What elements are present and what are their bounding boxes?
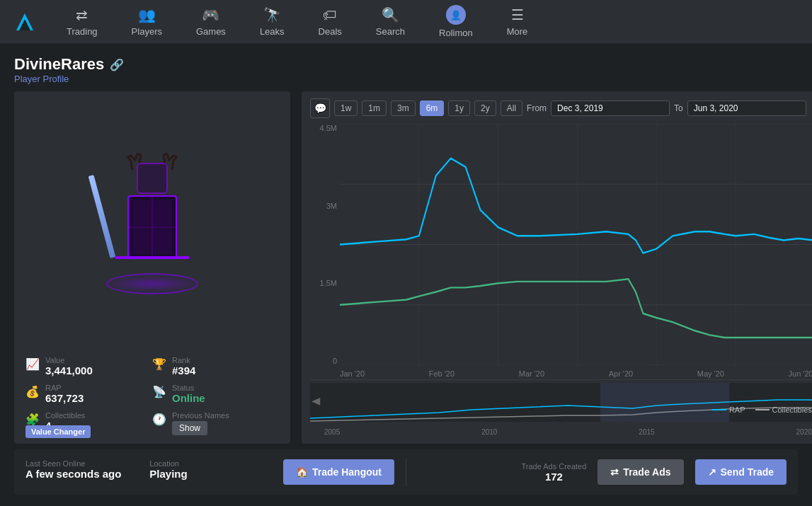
leaks-icon: 🔭 xyxy=(263,6,281,23)
collectibles-icon: 🧩 xyxy=(25,413,40,426)
nav-items: ⇄ Trading 👥 Players 🎮 Games 🔭 Leaks 🏷 De… xyxy=(50,0,805,44)
avatar-sword xyxy=(88,175,116,258)
value-label: Value xyxy=(45,356,93,364)
from-label: From xyxy=(527,103,547,113)
chart-area: 4.5M 3M 1.5M 0 xyxy=(310,124,812,437)
nav-more[interactable]: ☰ More xyxy=(490,0,545,44)
page-subtitle: Player Profile xyxy=(14,74,798,84)
nav-deals[interactable]: 🏷 Deals xyxy=(302,0,359,44)
rap-legend-line xyxy=(712,409,726,410)
trade-hangout-button[interactable]: 🏠 Trade Hangout xyxy=(283,459,394,485)
stat-value: 📈 Value 3,441,000 xyxy=(25,356,152,376)
location-label: Location xyxy=(149,459,187,468)
value-icon: 📈 xyxy=(25,357,40,371)
trade-ads-count: 172 xyxy=(521,471,586,483)
chart-comment-icon[interactable]: 💬 xyxy=(310,98,330,118)
user-avatar: 👤 xyxy=(446,5,466,25)
nav-trading[interactable]: ⇄ Trading xyxy=(50,0,115,44)
player-name: DivineRares xyxy=(14,55,104,74)
search-icon: 🔍 xyxy=(382,6,399,23)
nav-leaks-label: Leaks xyxy=(260,26,285,37)
chart-legend: RAP Collectibles xyxy=(712,406,812,414)
logo[interactable] xyxy=(7,9,42,35)
location-stat: Location Playing xyxy=(149,459,187,485)
nav-search[interactable]: 🔍 Search xyxy=(359,0,422,44)
status-icon: 📡 xyxy=(152,385,166,398)
send-trade-icon: ↗ xyxy=(708,466,716,478)
last-seen-stat: Last Seen Online A few seconds ago xyxy=(25,459,121,485)
chart-y-labels: 4.5M 3M 1.5M 0 xyxy=(310,124,340,365)
to-label: To xyxy=(674,103,683,113)
rank-label: Rank xyxy=(172,356,195,364)
bottom-right: Trade Ads Created 172 ⇄ Trade Ads ↗ Send… xyxy=(418,459,787,485)
deals-icon: 🏷 xyxy=(323,7,337,23)
time-btn-1m[interactable]: 1m xyxy=(362,100,387,116)
nav-more-label: More xyxy=(507,26,528,37)
bottom-bar: Last Seen Online A few seconds ago Locat… xyxy=(14,449,798,495)
link-icon[interactable]: 🔗 xyxy=(110,58,124,71)
time-btn-1w[interactable]: 1w xyxy=(334,100,358,116)
time-btn-2y[interactable]: 2y xyxy=(474,100,496,116)
nav-rolimon[interactable]: 👤 Rolimon xyxy=(422,0,490,44)
location-value: Playing xyxy=(149,468,187,480)
nav-players[interactable]: 👥 Players xyxy=(115,0,179,44)
trade-ads-btn-label: Trade Ads xyxy=(623,466,670,478)
chart-mini: ◀ ▶ 2005 2010 2015 2020 RAP xyxy=(310,383,812,436)
last-seen-label: Last Seen Online xyxy=(25,459,121,468)
rap-label: RAP xyxy=(45,384,84,392)
time-btn-3m[interactable]: 3m xyxy=(391,100,416,116)
rap-number: 637,723 xyxy=(45,392,84,404)
chart-svg-area xyxy=(340,124,812,365)
previous-names-icon: 🕐 xyxy=(152,413,166,426)
collectibles-label: Collectibles xyxy=(45,411,85,420)
rank-number: #394 xyxy=(172,364,195,376)
bottom-left: Last Seen Online A few seconds ago Locat… xyxy=(25,459,394,485)
send-trade-label: Send Trade xyxy=(721,466,774,478)
collectibles-legend-line xyxy=(755,409,770,410)
stat-previous-names: 🕐 Previous Names Show xyxy=(152,411,279,435)
time-btn-all[interactable]: All xyxy=(501,100,522,116)
trade-ads-icon: ⇄ xyxy=(610,466,619,478)
avatar-glow xyxy=(110,277,195,291)
avatar-body xyxy=(127,195,177,259)
trade-hangout-label: Trade Hangout xyxy=(312,466,382,478)
last-seen-value: A few seconds ago xyxy=(25,468,121,480)
nav-games[interactable]: 🎮 Games xyxy=(179,0,243,44)
status-value: Online xyxy=(172,392,205,404)
rank-icon: 🏆 xyxy=(152,357,166,371)
main-content: DivineRares 🔗 Player Profile xyxy=(0,44,812,506)
show-previous-names-button[interactable]: Show xyxy=(172,421,207,435)
nav-deals-label: Deals xyxy=(319,26,342,37)
navigation: ⇄ Trading 👥 Players 🎮 Games 🔭 Leaks 🏷 De… xyxy=(0,0,812,44)
games-icon: 🎮 xyxy=(202,6,219,23)
to-date-input[interactable] xyxy=(687,100,806,116)
stat-rap: 💰 RAP 637,723 xyxy=(25,384,152,404)
avatar-head xyxy=(137,163,168,194)
nav-rolimon-label: Rolimon xyxy=(439,28,473,38)
page-title: DivineRares 🔗 xyxy=(14,55,798,74)
right-panel: 💬 1w 1m 3m 6m 1y 2y All From To ☰ xyxy=(302,91,812,444)
chart-mini-svg: ◀ ▶ xyxy=(310,383,812,422)
time-btn-1y[interactable]: 1y xyxy=(448,100,470,116)
nav-games-label: Games xyxy=(196,26,226,37)
left-panel: Value Changer 📈 Value 3,441,000 🏆 Rank #… xyxy=(14,91,290,444)
chart-mini-x: 2005 2010 2015 2020 xyxy=(310,428,812,436)
value-number: 3,441,000 xyxy=(45,364,93,376)
time-btn-6m[interactable]: 6m xyxy=(420,100,445,116)
previous-names-label: Previous Names xyxy=(172,411,229,420)
date-range: From To ☰ xyxy=(527,100,812,116)
nav-leaks[interactable]: 🔭 Leaks xyxy=(243,0,302,44)
chart-toolbar: 💬 1w 1m 3m 6m 1y 2y All From To ☰ xyxy=(310,98,812,118)
chart-x-labels: Jan '20 Feb '20 Mar '20 Apr '20 May '20 … xyxy=(340,369,812,378)
nav-trading-label: Trading xyxy=(67,26,98,37)
collectibles-legend-label: Collectibles xyxy=(772,406,812,414)
from-date-input[interactable] xyxy=(551,100,670,116)
send-trade-button[interactable]: ↗ Send Trade xyxy=(695,459,787,485)
trade-ads-stat: Trade Ads Created 172 xyxy=(521,462,586,483)
chart-main: 4.5M 3M 1.5M 0 xyxy=(310,124,812,380)
avatar-area xyxy=(14,91,290,349)
trading-icon: ⇄ xyxy=(76,6,88,23)
trade-ads-button[interactable]: ⇄ Trade Ads xyxy=(597,459,683,485)
more-icon: ☰ xyxy=(511,6,524,23)
divider xyxy=(406,458,406,486)
